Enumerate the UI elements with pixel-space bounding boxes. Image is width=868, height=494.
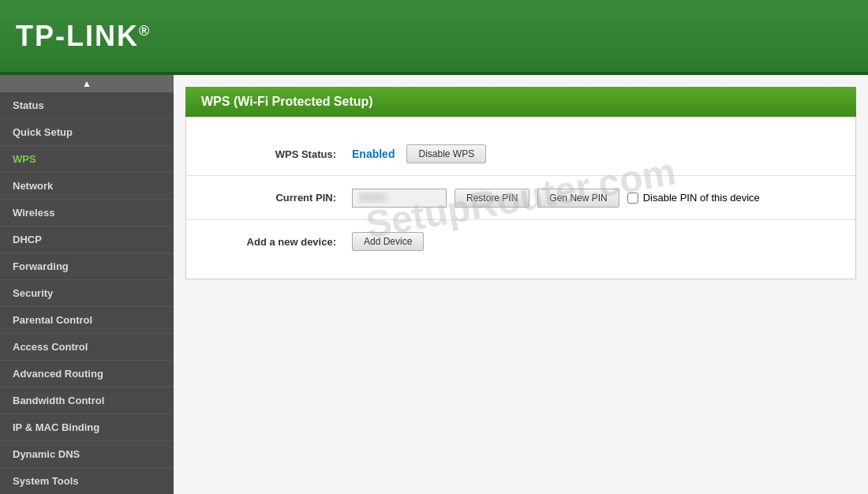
restore-pin-button[interactable]: Restore PIN — [455, 189, 529, 208]
current-pin-label: Current PIN: — [210, 192, 336, 204]
content-body: WPS Status: Enabled Disable WPS Current … — [185, 117, 856, 279]
wps-status-controls: Enabled Disable WPS — [352, 144, 486, 163]
sidebar-item-security[interactable]: Security — [0, 280, 174, 307]
sidebar-item-advanced-routing[interactable]: Advanced Routing — [0, 361, 174, 387]
header: TP-LINK® — [0, 0, 868, 75]
add-device-controls: Add Device — [352, 232, 424, 251]
current-pin-row: Current PIN: Restore PIN Gen New PIN Dis… — [186, 176, 855, 220]
sidebar-item-system-tools[interactable]: System Tools — [0, 468, 174, 494]
sidebar-item-parental-control[interactable]: Parental Control — [0, 307, 174, 334]
sidebar-item-bandwidth-control[interactable]: Bandwidth Control — [0, 387, 174, 414]
page-title: WPS (Wi-Fi Protected Setup) — [185, 87, 856, 117]
gen-new-pin-button[interactable]: Gen New PIN — [537, 189, 619, 208]
sidebar-item-access-control[interactable]: Access Control — [0, 334, 174, 361]
logo: TP-LINK® — [16, 20, 151, 53]
content-wrapper: SetupRouter.com WPS Status: Enabled Disa… — [174, 117, 868, 279]
wps-status-value: Enabled — [352, 148, 395, 160]
sidebar-item-dynamic-dns[interactable]: Dynamic DNS — [0, 441, 174, 468]
add-device-button[interactable]: Add Device — [352, 232, 424, 251]
sidebar-item-wireless[interactable]: Wireless — [0, 200, 174, 226]
sidebar-item-ip-mac-binding[interactable]: IP & MAC Binding — [0, 414, 174, 441]
current-pin-field[interactable] — [352, 189, 447, 208]
disable-pin-label: Disable PIN of this device — [643, 192, 760, 204]
sidebar: ▲ Status Quick Setup WPS Network Wireles… — [0, 75, 174, 494]
disable-pin-row: Disable PIN of this device — [627, 188, 760, 208]
disable-wps-button[interactable]: Disable WPS — [406, 144, 486, 163]
current-pin-controls: Restore PIN Gen New PIN Disable PIN of t… — [352, 188, 760, 208]
sidebar-item-forwarding[interactable]: Forwarding — [0, 253, 174, 280]
wps-status-label: WPS Status: — [210, 148, 336, 160]
sidebar-item-quick-setup[interactable]: Quick Setup — [0, 119, 174, 146]
add-device-label: Add a new device: — [210, 236, 336, 248]
sidebar-item-status[interactable]: Status — [0, 92, 174, 119]
wps-status-row: WPS Status: Enabled Disable WPS — [186, 133, 855, 176]
sidebar-scroll-up[interactable]: ▲ — [0, 75, 174, 92]
disable-pin-checkbox[interactable] — [627, 193, 638, 204]
main-layout: ▲ Status Quick Setup WPS Network Wireles… — [0, 75, 868, 494]
sidebar-item-dhcp[interactable]: DHCP — [0, 226, 174, 253]
add-device-row: Add a new device: Add Device — [186, 220, 855, 263]
sidebar-item-network[interactable]: Network — [0, 173, 174, 200]
sidebar-item-wps[interactable]: WPS — [0, 146, 174, 173]
content-area: WPS (Wi-Fi Protected Setup) SetupRouter.… — [174, 75, 868, 494]
